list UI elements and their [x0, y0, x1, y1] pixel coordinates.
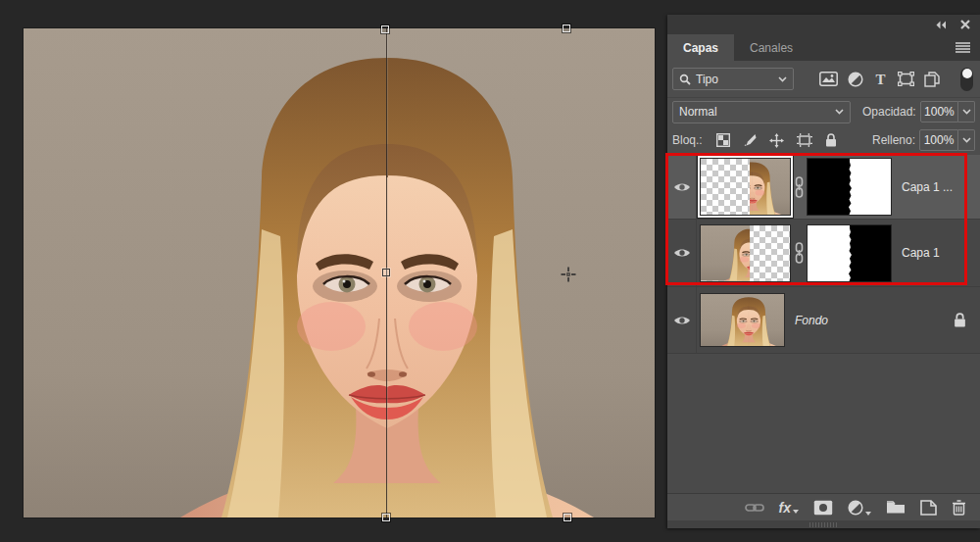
- visibility-toggle[interactable]: [667, 220, 697, 286]
- collapse-icon[interactable]: [935, 21, 947, 29]
- tab-spacer: [808, 34, 946, 61]
- lock-label: Bloq.:: [672, 133, 703, 147]
- dropdown-tick-icon: [865, 512, 871, 516]
- panel-header: [667, 15, 980, 34]
- tab-canales-label: Canales: [750, 41, 793, 55]
- lock-all-icon[interactable]: [825, 133, 837, 147]
- adjustment-layer-button[interactable]: [848, 500, 871, 516]
- filter-type-buttons: T: [819, 68, 975, 91]
- lock-pixels-icon[interactable]: [743, 133, 757, 147]
- lock-artboard-icon[interactable]: [797, 133, 812, 147]
- layer-name[interactable]: Fondo: [795, 314, 828, 327]
- filter-smart-object-icon[interactable]: [924, 72, 940, 87]
- add-mask-icon: [813, 500, 833, 516]
- panel-resize-strip[interactable]: [667, 520, 980, 528]
- tab-capas-label: Capas: [683, 41, 718, 55]
- visibility-toggle[interactable]: [667, 155, 697, 219]
- panel-tabs: Capas Canales: [667, 34, 980, 61]
- layer-mask-thumbnail[interactable]: [807, 224, 892, 282]
- eye-icon: [673, 315, 691, 326]
- filter-kind-select[interactable]: Tipo: [672, 68, 794, 90]
- layer-name[interactable]: Capa 1 ...: [902, 180, 953, 194]
- layer-thumbnail[interactable]: [700, 224, 791, 282]
- dropdown-tick-icon: [793, 510, 799, 514]
- filter-toggle[interactable]: [960, 68, 973, 91]
- chevron-down-icon: [962, 109, 971, 115]
- filter-adjustment-icon[interactable]: [848, 72, 863, 87]
- tab-capas[interactable]: Capas: [667, 34, 734, 61]
- link-mask-icon: [794, 176, 805, 198]
- layers-list-empty-area[interactable]: [667, 354, 980, 493]
- chevron-down-icon: [778, 76, 787, 82]
- transform-handle-bottom-left[interactable]: [382, 514, 390, 521]
- fill-dropdown[interactable]: [958, 129, 975, 151]
- layers-panel: Capas Canales Tipo: [667, 15, 980, 528]
- eye-icon: [673, 181, 691, 193]
- filter-row: Tipo T: [667, 61, 980, 97]
- layers-panel-toolbar: fx: [667, 493, 980, 520]
- mask-link[interactable]: [791, 242, 807, 264]
- blend-mode-label: Normal: [679, 105, 830, 119]
- adjustment-layer-icon: [848, 500, 863, 516]
- filter-shape-icon[interactable]: [898, 72, 914, 86]
- close-icon[interactable]: [960, 20, 970, 29]
- layer-row-capa1[interactable]: Capa 1: [667, 220, 980, 287]
- opacity-dropdown[interactable]: [958, 101, 975, 123]
- group-icon: [886, 500, 906, 515]
- layer-thumbnail[interactable]: [700, 293, 785, 347]
- resize-grip-icon: [809, 522, 839, 527]
- add-mask-button[interactable]: [813, 500, 833, 516]
- layer-thumbnail[interactable]: [700, 158, 791, 216]
- lock-row: Bloq.:: [667, 125, 980, 155]
- crosshair-cursor: [561, 267, 576, 282]
- layer-name[interactable]: Capa 1: [902, 246, 940, 260]
- eye-icon: [673, 247, 691, 259]
- transform-handle-top-left[interactable]: [381, 25, 389, 33]
- link-layers-icon: [745, 502, 764, 514]
- fx-icon: fx: [779, 502, 791, 514]
- lock-transparency-icon[interactable]: [716, 133, 730, 147]
- panel-menu-icon: [956, 42, 970, 53]
- svg-text:T: T: [875, 72, 885, 86]
- new-layer-icon: [920, 500, 937, 516]
- blend-mode-select[interactable]: Normal: [672, 101, 851, 123]
- chevron-down-icon: [835, 109, 844, 115]
- transform-handle-bottom-right[interactable]: [564, 514, 571, 521]
- visibility-toggle[interactable]: [667, 287, 697, 353]
- lock-position-icon[interactable]: [769, 133, 784, 148]
- filter-type-icon[interactable]: T: [873, 72, 888, 86]
- layer-row-capa1-copy[interactable]: Capa 1 ...: [667, 155, 980, 220]
- opacity-value-text: 100%: [924, 105, 955, 119]
- layer-row-fondo[interactable]: Fondo: [667, 287, 980, 354]
- transform-handle-top-right[interactable]: [563, 25, 570, 32]
- transform-handle-middle[interactable]: [382, 269, 390, 276]
- fill-value[interactable]: 100%: [919, 129, 958, 151]
- photoshop-workspace: Capas Canales Tipo: [0, 0, 980, 542]
- lock-icon: [954, 313, 966, 327]
- layer-mask-thumbnail[interactable]: [807, 158, 892, 216]
- filter-selected-label: Tipo: [696, 73, 773, 86]
- new-layer-button[interactable]: [920, 500, 937, 516]
- fill-value-text: 100%: [924, 133, 955, 147]
- opacity-value[interactable]: 100%: [920, 101, 959, 123]
- new-group-button[interactable]: [886, 500, 906, 515]
- delete-layer-button[interactable]: [952, 500, 966, 516]
- lock-buttons: [716, 133, 837, 148]
- delete-icon: [952, 500, 966, 516]
- fill-label: Relleno:: [872, 133, 915, 147]
- filter-image-icon[interactable]: [819, 72, 838, 86]
- link-mask-icon: [794, 242, 805, 264]
- link-layers-button[interactable]: [745, 502, 764, 514]
- panel-menu-button[interactable]: [946, 34, 980, 61]
- background-lock[interactable]: [954, 313, 966, 327]
- blend-row: Normal Opacidad: 100%: [667, 97, 980, 125]
- search-icon: [679, 74, 691, 85]
- opacity-label: Opacidad:: [862, 105, 916, 119]
- layer-styles-button[interactable]: fx: [779, 502, 799, 514]
- layers-list: Capa 1 ...: [667, 155, 980, 493]
- mask-link[interactable]: [791, 176, 807, 198]
- chevron-down-icon: [962, 137, 971, 143]
- tab-canales[interactable]: Canales: [734, 34, 808, 61]
